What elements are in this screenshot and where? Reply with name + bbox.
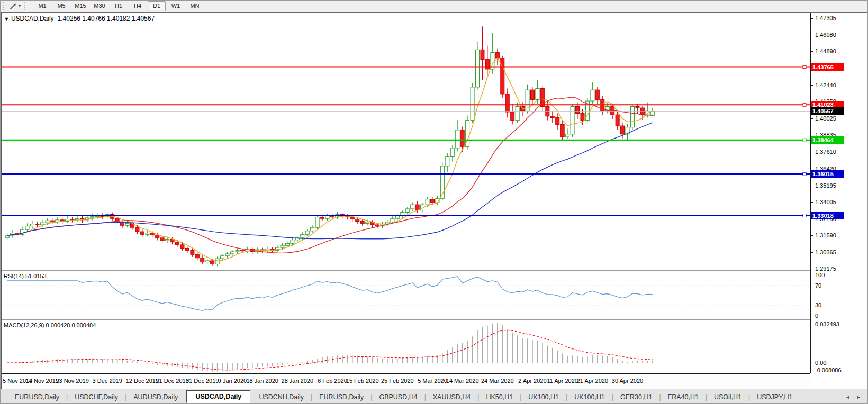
date-label: 24 Mar 2020 xyxy=(481,378,514,384)
timeframe-button-w1[interactable]: W1 xyxy=(167,1,185,11)
tab-uk100-h1[interactable]: UK100,H1 xyxy=(567,391,612,403)
timeframe-button-m1[interactable]: M1 xyxy=(33,1,51,11)
price-tick-label: 1.42440 xyxy=(815,82,836,88)
tab-fra40-h1[interactable]: FRA40,H1 xyxy=(661,391,706,403)
price-tick-label: 1.44890 xyxy=(815,48,836,54)
price-tick-label: 1.46080 xyxy=(815,32,836,38)
tab-gbpusd-h4[interactable]: GBPUSD,H4 xyxy=(372,391,424,403)
macd-name: MACD(12,26,9) xyxy=(4,322,44,328)
macd-chart-svg xyxy=(2,320,810,373)
tab-usdchf-daily[interactable]: USDCHF,Daily xyxy=(68,391,125,403)
rsi-axis-label: 100 xyxy=(815,272,825,278)
price-tick-label: 1.34005 xyxy=(815,199,836,205)
date-label: 3 Dec 2019 xyxy=(93,378,122,384)
timeframe-button-mn[interactable]: MN xyxy=(186,1,204,11)
tab-eurusd-daily[interactable]: EURUSD,Daily xyxy=(8,391,66,403)
date-label: 11 Apr 2020 xyxy=(547,378,578,384)
price-tick-label: 1.35195 xyxy=(815,182,836,189)
rsi-label: RSI(14) 51.0153 xyxy=(4,273,47,279)
candlestick-series xyxy=(5,26,654,266)
timeframe-button-m30[interactable]: M30 xyxy=(91,1,108,11)
price-pane[interactable]: ▼USDCAD,Daily1.40256 1.40766 1.40182 1.4… xyxy=(2,13,810,270)
tab-usdcad-daily[interactable]: USDCAD,Daily xyxy=(186,390,250,403)
axis-tick-mark xyxy=(811,51,813,52)
hline-price-badge: 1.38464 xyxy=(811,136,844,144)
tab-usoil-h1[interactable]: USOil,H1 xyxy=(707,391,748,403)
macd-signal-line xyxy=(7,330,653,370)
ohlc-quote: 1.40256 1.40766 1.40182 1.40567 xyxy=(58,15,155,22)
axis-tick-mark xyxy=(811,202,813,203)
price-tick-label: 1.31590 xyxy=(815,232,836,238)
hline-price-badge: 1.33018 xyxy=(811,212,844,219)
chart-title: ▼USDCAD,Daily1.40256 1.40766 1.40182 1.4… xyxy=(4,15,155,22)
tab-hk50-h1[interactable]: HK50,H1 xyxy=(479,391,520,403)
date-label: 21 Apr 2020 xyxy=(577,378,608,384)
price-tick-label: 1.37610 xyxy=(815,149,836,155)
price-chart-svg xyxy=(2,13,810,270)
tabs-scroll-right-icon[interactable]: ► xyxy=(856,394,861,400)
price-axis[interactable]: 1.473051.460801.448901.436651.424401.412… xyxy=(810,13,868,373)
date-label: 9 Jan 2020 xyxy=(218,378,247,384)
date-label: 14 Nov 2019 xyxy=(26,378,59,384)
date-label: 5 Mar 2020 xyxy=(418,378,447,384)
tab-xauusd-h4[interactable]: XAUUSD,H4 xyxy=(426,391,478,403)
date-label: 18 Jan 2020 xyxy=(246,378,278,384)
timeframe-button-m5[interactable]: M5 xyxy=(52,1,70,11)
date-label: 30 Apr 2020 xyxy=(612,378,643,384)
hline-price-badge: 1.36015 xyxy=(811,170,844,178)
date-label: 31 Dec 2019 xyxy=(186,378,219,384)
hline-objects[interactable] xyxy=(2,66,810,217)
timeframe-button-h1[interactable]: H1 xyxy=(110,1,128,11)
rsi-axis-label: 70 xyxy=(815,282,821,289)
tab-usdcnh-daily[interactable]: USDCNH,Daily xyxy=(252,391,311,403)
date-axis[interactable]: 5 Nov 201914 Nov 201923 Nov 20193 Dec 20… xyxy=(2,373,810,390)
macd-axis-label: 0.032493 xyxy=(815,321,839,327)
date-label: 15 Feb 2020 xyxy=(346,378,379,384)
macd-value: 0.000428 0.000484 xyxy=(46,322,96,328)
date-label: 28 Jan 2020 xyxy=(282,378,314,384)
date-label: 21 Dec 2019 xyxy=(156,378,188,384)
mt4-window: ▾ M1M5M15M30H1H4D1W1MN ▼USDCAD,Daily1.40… xyxy=(0,0,868,404)
timeframe-button-d1[interactable]: D1 xyxy=(148,1,166,11)
macd-label: MACD(12,26,9) 0.000428 0.000484 xyxy=(4,322,96,328)
price-tick-label: 1.29175 xyxy=(815,265,836,272)
rsi-axis-label: 0 xyxy=(815,313,818,319)
axis-tick-mark xyxy=(811,18,813,19)
macd-axis-label: 0.00 xyxy=(815,360,826,366)
axis-tick-mark xyxy=(811,169,813,169)
rsi-line xyxy=(7,277,653,311)
axis-tick-mark xyxy=(811,118,813,119)
rsi-pane[interactable]: RSI(14) 51.0153 xyxy=(2,271,810,319)
timeframe-toolbar: ▾ M1M5M15M30H1H4D1W1MN xyxy=(1,1,868,12)
chevron-down-icon[interactable]: ▾ xyxy=(19,4,21,8)
tabs-scroll-left-icon[interactable]: ◄ xyxy=(845,394,850,400)
axis-tick-mark xyxy=(811,152,813,152)
macd-pane[interactable]: MACD(12,26,9) 0.000428 0.000484 xyxy=(2,320,810,373)
price-tick-label: 1.47305 xyxy=(815,15,836,21)
tab-eurusd-daily[interactable]: EURUSD,Daily xyxy=(312,391,370,403)
crosshair-tool-icon[interactable] xyxy=(8,2,18,11)
date-label: 6 Feb 2020 xyxy=(318,378,347,384)
collapse-arrow-icon[interactable]: ▼ xyxy=(4,16,9,22)
axis-tick-mark xyxy=(811,235,813,236)
toolbar-left-group: ▾ xyxy=(1,2,29,11)
timeframe-button-h4[interactable]: H4 xyxy=(129,1,147,11)
current-price-badge: 1.40567 xyxy=(811,107,844,115)
chart-symbol-label: USDCAD,Daily xyxy=(11,15,54,22)
macd-axis-label: -0.008086 xyxy=(815,367,842,373)
axis-tick-mark xyxy=(811,135,813,135)
price-tick-label: 1.30365 xyxy=(815,249,836,255)
tab-audusd-daily[interactable]: AUDUSD,Daily xyxy=(126,391,185,403)
tab-usdjpy-h1[interactable]: USDJPY,H1 xyxy=(750,391,799,403)
axis-tick-mark xyxy=(811,35,813,35)
tab-scroll-arrows: ◄ ► xyxy=(838,394,868,400)
date-label: 25 Feb 2020 xyxy=(381,378,414,384)
axis-tick-mark xyxy=(811,269,813,269)
toolbar-grip xyxy=(3,2,6,10)
tab-uk100-h1[interactable]: UK100,H1 xyxy=(521,391,566,403)
chart-tabs: EURUSD,Daily|USDCHF,Daily|AUDUSD,Daily|U… xyxy=(1,389,838,404)
timeframe-button-m15[interactable]: M15 xyxy=(71,1,89,11)
tab-ger30-h1[interactable]: GER30,H1 xyxy=(613,391,659,403)
price-tick-label: 1.40025 xyxy=(815,115,836,122)
date-label: 2 Apr 2020 xyxy=(518,378,546,384)
